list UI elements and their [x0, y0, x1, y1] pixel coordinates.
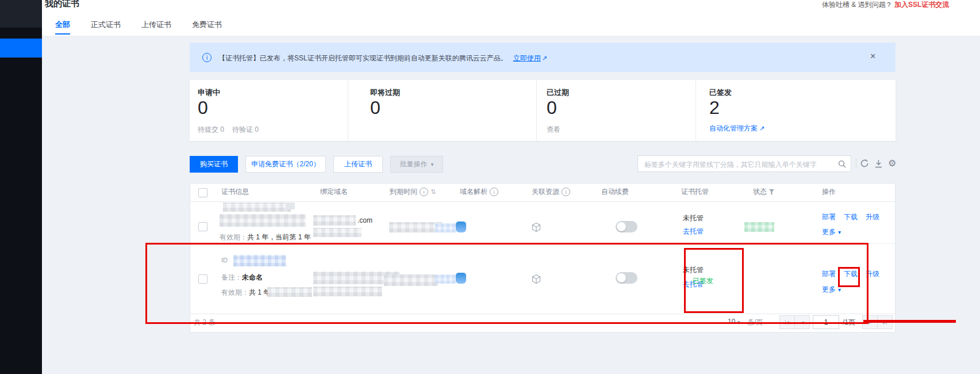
auto-renew-toggle[interactable]	[616, 221, 637, 232]
close-icon[interactable]: ×	[870, 51, 875, 62]
redacted-cert-name	[223, 203, 291, 212]
tab-bar: 全部 正式证书 上传证书 免费证书	[55, 16, 222, 35]
upload-cert-button[interactable]: 上传证书	[333, 156, 383, 173]
id-label: ID	[221, 257, 228, 264]
stat-value: 0	[547, 96, 557, 119]
redacted-status	[744, 222, 774, 232]
redacted-tag	[286, 203, 295, 209]
banner-text-row: 【证书托管】已发布，将SSL证书开启托管即可实现证书到期前自动更新关联的腾讯云云…	[218, 54, 547, 63]
stat-issued: 已签发 2 自动化管理方案 ↗	[695, 80, 896, 141]
redacted-validity	[267, 287, 312, 297]
row-checkbox[interactable]	[198, 274, 207, 284]
page-title: 我的证书	[45, 0, 79, 9]
toolbar-icon-group: ⚙	[860, 159, 896, 168]
stat-expired: 已过期 0 查看	[536, 80, 695, 141]
deploy-link[interactable]: 部署	[822, 269, 836, 279]
info-icon[interactable]: i	[562, 188, 570, 196]
redacted-expire-date	[384, 274, 438, 286]
prev-icon: ◀	[800, 320, 804, 325]
tab-formal-cert[interactable]: 正式证书	[91, 16, 121, 33]
go-hosting-link[interactable]: 去托管	[683, 227, 704, 236]
gear-icon[interactable]: ⚙	[888, 159, 896, 168]
sort-icon[interactable]: ⇅	[431, 188, 436, 196]
download-link[interactable]: 下载	[844, 269, 858, 279]
feedback-banner: 体验吐槽 & 遇到问题？ 加入SSL证书交流	[822, 0, 949, 9]
banner-use-now-link[interactable]: 立即使用	[513, 54, 541, 63]
row-checkbox[interactable]	[198, 222, 207, 231]
col-header-hosting: 证书托管	[681, 187, 709, 197]
footer-divider	[190, 314, 896, 314]
search-box	[637, 155, 851, 172]
info-icon[interactable]: i	[490, 188, 498, 196]
current-page-input[interactable]: 1	[813, 315, 839, 329]
redacted-domain	[313, 287, 382, 296]
chevron-down-icon: ▾	[838, 287, 841, 293]
info-icon[interactable]: i	[420, 188, 428, 196]
col-header-cert-info: 证书信息	[221, 187, 249, 197]
col-header-domain: 绑定域名	[320, 187, 348, 197]
sidebar-active-item[interactable]	[0, 39, 42, 58]
redacted-domain	[313, 228, 362, 237]
redacted-cert-name	[220, 214, 306, 227]
stat-value: 0	[198, 96, 208, 119]
toolbar-divider	[856, 158, 856, 169]
tab-free-cert[interactable]: 免费证书	[192, 16, 222, 33]
chevron-down-icon: ▾	[838, 229, 841, 235]
download-icon[interactable]	[874, 159, 883, 168]
view-link[interactable]: 查看	[547, 125, 560, 135]
col-header-resolution: 域名解析 i	[460, 187, 498, 197]
next-page-button[interactable]: ▶	[862, 315, 878, 329]
status-issued: 已签发	[693, 276, 713, 286]
chevron-down-icon: ▾	[431, 161, 433, 167]
total-count: 共 2 条	[194, 318, 215, 327]
redacted-cert-id	[233, 255, 286, 266]
header-divider	[190, 201, 896, 202]
linked-resource-icon[interactable]	[531, 274, 541, 284]
dns-resolution-icon[interactable]	[456, 222, 466, 232]
prev-icon: ◀	[786, 320, 789, 325]
hosting-state: 未托管	[683, 213, 704, 223]
search-input[interactable]	[643, 157, 835, 172]
sidebar-logo-area	[0, 0, 42, 28]
upgrade-link[interactable]: 升级	[866, 269, 879, 279]
more-dropdown[interactable]: 更多▾	[822, 227, 841, 237]
stat-applying: 申请中 0 待提交 0 待验证 0	[190, 80, 348, 141]
stat-value: 2	[709, 96, 720, 119]
col-header-actions: 操作	[822, 187, 836, 197]
last-page-button[interactable]: ▶	[877, 315, 893, 329]
feedback-link[interactable]: 加入SSL证书交流	[894, 1, 949, 9]
refresh-icon[interactable]	[860, 159, 869, 168]
deploy-link[interactable]: 部署	[822, 212, 836, 222]
stat-sub-pending-submit: 待提交 0	[198, 125, 224, 135]
validity-text: 有效期：共 1 年，当前第 1 年	[220, 232, 311, 242]
external-link-icon: ↗	[542, 55, 547, 62]
stat-value: 0	[370, 96, 381, 119]
select-all-checkbox[interactable]	[198, 188, 207, 197]
redacted-resolution	[435, 223, 456, 232]
more-dropdown[interactable]: 更多▾	[822, 285, 841, 295]
auto-renew-toggle[interactable]	[616, 272, 637, 284]
tab-upload-cert[interactable]: 上传证书	[141, 16, 171, 33]
search-icon[interactable]	[838, 160, 846, 168]
filter-icon[interactable]	[769, 189, 774, 194]
page-size-select[interactable]: 10 ▾	[728, 318, 740, 326]
external-link-icon: ↗	[759, 125, 764, 132]
linked-resource-icon[interactable]	[531, 222, 541, 232]
batch-actions-button[interactable]: 批量操作 ▾	[390, 156, 443, 173]
download-link[interactable]: 下载	[844, 212, 858, 222]
note-text: 备注：未命名	[221, 273, 263, 283]
apply-free-cert-button[interactable]: 申请免费证书（2/20）	[245, 156, 326, 173]
buy-cert-button[interactable]: 购买证书	[190, 156, 238, 173]
col-header-expire: 到期时间 i ⇅	[390, 187, 436, 197]
automation-plan-label: 自动化管理方案	[709, 124, 758, 133]
automation-plan-link[interactable]: 自动化管理方案 ↗	[709, 124, 764, 133]
col-header-resources: 关联资源 i	[532, 187, 570, 197]
batch-actions-label: 批量操作	[399, 159, 427, 169]
redacted-expire-date	[389, 222, 442, 232]
upgrade-link[interactable]: 升级	[866, 212, 879, 222]
info-icon: i	[202, 53, 212, 62]
first-page-button[interactable]: ◀	[779, 315, 795, 329]
dns-resolution-icon[interactable]	[456, 273, 466, 284]
tab-all[interactable]: 全部	[55, 16, 70, 35]
prev-page-button[interactable]: ◀	[794, 315, 810, 329]
